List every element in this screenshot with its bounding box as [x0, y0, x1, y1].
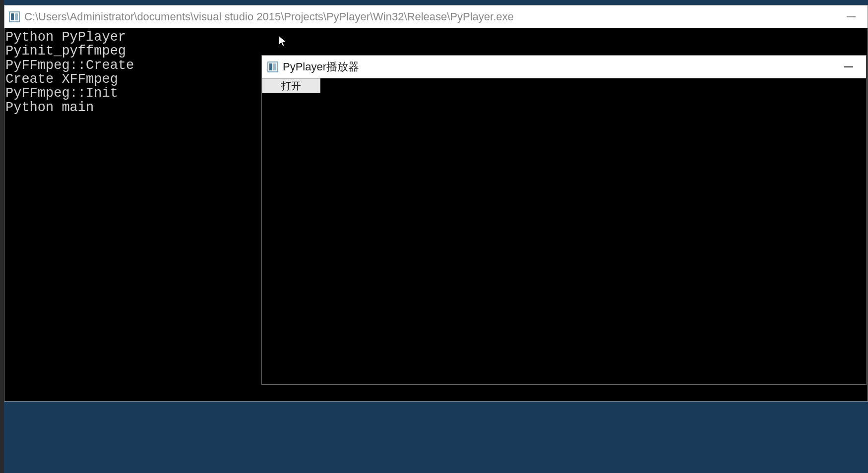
console-title-text: C:\Users\Administrator\documents\visual … [24, 10, 839, 23]
left-edge-strip [0, 0, 4, 473]
desktop-background [0, 402, 868, 473]
console-line: Python PyPlayer [5, 30, 867, 44]
console-app-icon [8, 11, 20, 23]
svg-rect-2 [15, 13, 18, 20]
svg-rect-5 [273, 63, 276, 70]
svg-rect-4 [269, 63, 272, 70]
player-title-text: PyPlayer播放器 [283, 59, 836, 74]
minimize-icon [847, 16, 856, 17]
player-app-icon [267, 61, 279, 73]
open-button-label: 打开 [281, 79, 301, 93]
player-minimize-button[interactable] [836, 57, 861, 77]
open-button[interactable]: 打开 [262, 78, 320, 93]
svg-rect-1 [11, 13, 14, 20]
player-window: PyPlayer播放器 打开 [261, 55, 867, 385]
minimize-icon [844, 66, 853, 67]
player-video-area: 打开 [262, 78, 866, 384]
console-titlebar[interactable]: C:\Users\Administrator\documents\visual … [4, 5, 868, 28]
console-minimize-button[interactable] [839, 7, 864, 27]
player-titlebar[interactable]: PyPlayer播放器 [262, 56, 866, 78]
mouse-cursor-icon [278, 35, 287, 48]
